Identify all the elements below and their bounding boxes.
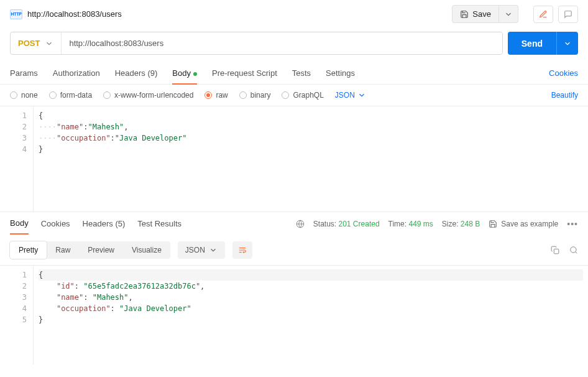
tab-body[interactable]: Body: [172, 62, 197, 84]
request-title: http://localhost:8083/users: [27, 9, 122, 19]
svg-line-6: [576, 252, 577, 254]
radio-raw[interactable]: raw: [204, 91, 227, 100]
tab-tests[interactable]: Tests: [292, 62, 311, 84]
wrap-icon: [238, 246, 247, 254]
response-size: Size: 248 B: [442, 220, 480, 228]
chevron-down-icon: [209, 246, 218, 254]
save-icon: [489, 220, 497, 228]
tab-headers[interactable]: Headers (9): [115, 62, 158, 84]
tab-settings[interactable]: Settings: [326, 62, 355, 84]
response-tab-cookies[interactable]: Cookies: [41, 213, 70, 235]
globe-icon[interactable]: [296, 220, 305, 228]
response-tab-body[interactable]: Body: [10, 212, 29, 235]
more-actions-button[interactable]: •••: [567, 219, 578, 229]
method-selector[interactable]: POST: [11, 32, 61, 54]
pencil-icon: [539, 10, 548, 19]
response-view-segment: Pretty Raw Preview Visualize: [10, 241, 170, 259]
response-body-viewer[interactable]: 1 2 3 4 5 { "id": "65e5fadc2ea37612a32db…: [0, 265, 588, 365]
request-url-bar: POST: [10, 32, 503, 55]
response-code: { "id": "65e5fadc2ea37612a32db76c", "nam…: [34, 266, 588, 365]
svg-rect-4: [554, 249, 559, 254]
chevron-down-icon: [504, 10, 513, 19]
seg-visualize[interactable]: Visualize: [123, 241, 170, 259]
response-tab-headers[interactable]: Headers (5): [83, 213, 126, 235]
http-method-badge: HTTP: [10, 9, 22, 19]
save-dropdown[interactable]: [499, 5, 518, 23]
chevron-down-icon: [45, 39, 53, 48]
chevron-down-icon: [357, 91, 366, 100]
response-format-dropdown[interactable]: JSON: [178, 241, 225, 259]
radio-none[interactable]: none: [10, 91, 38, 100]
response-gutter: 1 2 3 4 5: [0, 266, 34, 365]
copy-response-button[interactable]: [551, 246, 559, 254]
send-dropdown[interactable]: [556, 32, 578, 55]
request-body-editor[interactable]: 1 2 3 4 { ····"name":"Mahesh", ····"occu…: [0, 106, 588, 212]
tab-prerequest[interactable]: Pre-request Script: [212, 62, 277, 84]
comments-button[interactable]: [558, 6, 578, 23]
beautify-button[interactable]: Beautify: [551, 91, 578, 100]
wrap-lines-button[interactable]: [232, 241, 252, 259]
response-tab-testresults[interactable]: Test Results: [137, 213, 181, 235]
body-changed-indicator: [193, 72, 197, 76]
search-response-button[interactable]: [569, 246, 578, 254]
editor-gutter: 1 2 3 4: [0, 106, 34, 212]
radio-form-data[interactable]: form-data: [49, 91, 92, 100]
send-button[interactable]: Send: [508, 32, 556, 55]
chevron-down-icon: [563, 39, 572, 48]
comment-icon: [564, 10, 572, 19]
editor-code[interactable]: { ····"name":"Mahesh", ····"occupation":…: [34, 106, 588, 212]
response-status: Status: 201 Created: [313, 220, 380, 228]
method-label: POST: [18, 39, 40, 48]
send-button-label: Send: [521, 39, 543, 49]
save-icon: [460, 10, 469, 19]
cookies-link[interactable]: Cookies: [549, 62, 578, 84]
seg-preview[interactable]: Preview: [79, 241, 123, 259]
tab-authorization[interactable]: Authorization: [53, 62, 100, 84]
seg-raw[interactable]: Raw: [47, 241, 79, 259]
edit-button[interactable]: [533, 6, 553, 23]
response-time: Time: 449 ms: [388, 220, 433, 228]
tab-params[interactable]: Params: [10, 62, 38, 84]
save-as-example-button[interactable]: Save as example: [489, 220, 558, 228]
copy-icon: [551, 246, 559, 254]
body-format-dropdown[interactable]: JSON: [335, 91, 366, 100]
radio-graphql[interactable]: GraphQL: [282, 91, 323, 100]
save-button-label: Save: [472, 9, 491, 19]
radio-urlencoded[interactable]: x-www-form-urlencoded: [103, 91, 193, 100]
radio-binary[interactable]: binary: [239, 91, 271, 100]
svg-point-5: [571, 247, 576, 253]
search-icon: [569, 246, 578, 254]
seg-pretty[interactable]: Pretty: [10, 241, 47, 259]
save-button[interactable]: Save: [452, 5, 499, 23]
url-input[interactable]: [62, 32, 502, 54]
